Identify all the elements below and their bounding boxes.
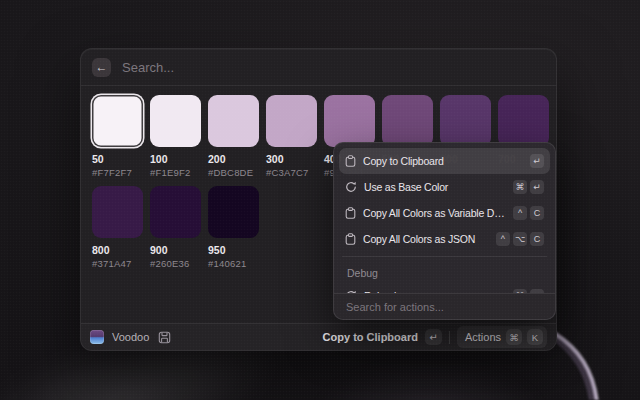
actions-menu-items: Copy to Clipboard↵Use as Base Color⌘↵Cop… (334, 143, 555, 309)
color-swatch-selected[interactable] (92, 95, 143, 147)
color-swatch[interactable] (150, 95, 201, 147)
rotate-icon (345, 181, 357, 193)
clipboard-icon (345, 207, 356, 219)
save-icon (158, 331, 171, 344)
actions-button[interactable]: Actions ⌘ K (457, 326, 547, 348)
menu-separator (342, 256, 547, 257)
shortcut-keycap: ↵ (530, 180, 544, 194)
menu-item[interactable]: Copy All Colors as Variable Declara...^C (339, 200, 550, 226)
swatch-cell: 900#260E36 (150, 186, 201, 269)
search-input[interactable] (122, 60, 545, 75)
menu-item-label: Copy All Colors as Variable Declara... (363, 207, 506, 219)
app-icon (90, 330, 104, 344)
swatch-cell: 800#371A47 (92, 186, 143, 269)
actions-button-label: Actions (465, 331, 501, 343)
menu-item-shortcut: ^⌥C (496, 232, 544, 246)
cmd-keycap: ⌘ (506, 329, 522, 345)
swatch-hex-value: #140621 (208, 258, 259, 269)
shortcut-keycap: ⌘ (513, 180, 527, 194)
swatch-hex-value: #F1E9F2 (150, 167, 201, 178)
menu-item-shortcut: ↵ (530, 154, 544, 168)
swatch-hex-value: #DBC8DE (208, 167, 259, 178)
swatch-cell: 200#DBC8DE (208, 95, 259, 178)
shortcut-keycap: ^ (513, 206, 527, 220)
swatch-shade-label: 200 (208, 153, 259, 165)
swatch-shade-label: 900 (150, 244, 201, 256)
color-swatch[interactable] (208, 95, 259, 147)
swatch-cell: 300#C3A7C7 (266, 95, 317, 178)
k-keycap: K (527, 329, 543, 345)
swatch-hex-value: #C3A7C7 (266, 167, 317, 178)
color-swatch[interactable] (150, 186, 201, 238)
menu-item-label: Copy to Clipboard (363, 155, 523, 167)
shortcut-keycap: ⌥ (513, 232, 527, 246)
swatch-shade-label: 950 (208, 244, 259, 256)
clipboard-icon (345, 233, 356, 245)
window-status-bar: Voodoo Copy to Clipboard ↵ Actions ⌘ K (81, 323, 556, 350)
menu-item-label: Use as Base Color (364, 181, 506, 193)
menu-item-shortcut: ^C (513, 206, 544, 220)
footer-divider (449, 331, 450, 344)
menu-section-header: Debug (339, 261, 550, 283)
menu-item[interactable]: Use as Base Color⌘↵ (339, 174, 550, 200)
color-swatch[interactable] (440, 95, 491, 147)
menu-item-shortcut: ⌘↵ (513, 180, 544, 194)
swatch-shade-label: 300 (266, 153, 317, 165)
swatch-cell: 950#140621 (208, 186, 259, 269)
shortcut-keycap: ↵ (530, 154, 544, 168)
back-button[interactable]: ← (92, 58, 111, 77)
swatch-hex-value: #260E36 (150, 258, 201, 269)
actions-menu-search (334, 293, 555, 319)
color-swatch[interactable] (266, 95, 317, 147)
swatch-shade-label: 800 (92, 244, 143, 256)
menu-item[interactable]: Copy to Clipboard↵ (339, 148, 550, 174)
actions-menu: Copy to Clipboard↵Use as Base Color⌘↵Cop… (333, 142, 556, 320)
return-keycap: ↵ (425, 329, 442, 345)
swatch-hex-value: #371A47 (92, 258, 143, 269)
swatch-cell: 50#F7F2F7 (92, 95, 143, 178)
menu-item[interactable]: Copy All Colors as JSON^⌥C (339, 226, 550, 252)
color-swatch[interactable] (208, 186, 259, 238)
swatch-shade-label: 50 (92, 153, 143, 165)
color-swatch[interactable] (498, 95, 549, 147)
color-swatch[interactable] (92, 186, 143, 238)
color-swatch[interactable] (324, 95, 375, 147)
shortcut-keycap: C (530, 206, 544, 220)
shortcut-keycap: C (530, 232, 544, 246)
app-name: Voodoo (112, 331, 149, 343)
swatch-hex-value: #F7F2F7 (92, 167, 143, 178)
primary-action-button[interactable]: Copy to Clipboard (323, 331, 418, 343)
shortcut-keycap: ^ (496, 232, 510, 246)
color-swatch[interactable] (382, 95, 433, 147)
window-header: ← (81, 49, 556, 86)
menu-item-label: Copy All Colors as JSON (363, 233, 489, 245)
swatch-shade-label: 100 (150, 153, 201, 165)
swatch-cell: 100#F1E9F2 (150, 95, 201, 178)
actions-search-input[interactable] (344, 300, 545, 314)
clipboard-icon (345, 155, 356, 167)
